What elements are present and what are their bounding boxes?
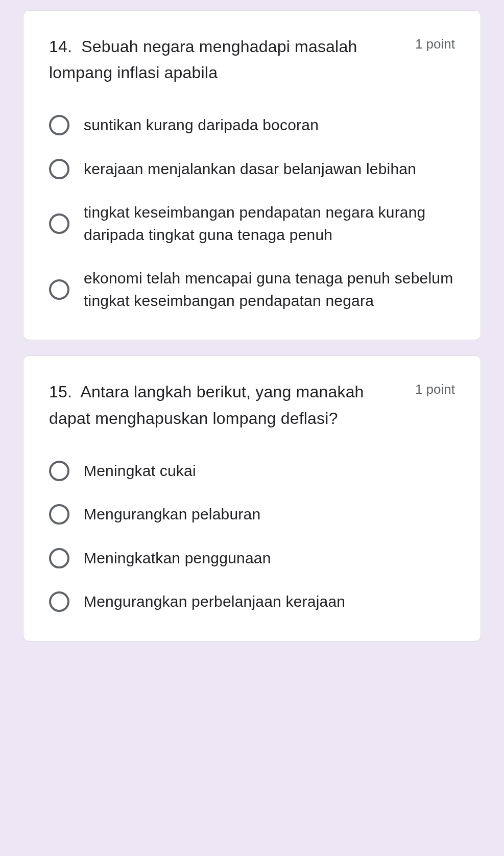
question-body: Antara langkah berikut, yang manakah dap… (49, 383, 364, 427)
option-text: kerajaan menjalankan dasar belanjawan le… (84, 158, 416, 180)
options-container: suntikan kurang daripada bocoran kerajaa… (49, 114, 455, 312)
radio-icon[interactable] (49, 591, 69, 612)
option-row[interactable]: Meningkat cukai (49, 460, 455, 482)
option-row[interactable]: ekonomi telah mencapai guna tenaga penuh… (49, 267, 455, 312)
option-text: Mengurangkan perbelanjaan kerajaan (84, 590, 345, 613)
option-row[interactable]: Mengurangkan pelaburan (49, 503, 455, 526)
radio-icon[interactable] (49, 159, 69, 179)
option-text: Mengurangkan pelaburan (84, 503, 260, 526)
radio-icon[interactable] (49, 213, 69, 234)
points-label: 1 point (415, 36, 455, 52)
radio-icon[interactable] (49, 115, 69, 135)
option-text: Meningkatkan penggunaan (84, 547, 271, 569)
option-text: suntikan kurang daripada bocoran (84, 114, 319, 136)
options-container: Meningkat cukai Mengurangkan pelaburan M… (49, 460, 455, 613)
question-header: 15. Antara langkah berikut, yang manakah… (49, 379, 455, 431)
question-header: 14. Sebuah negara menghadapi masalah lom… (49, 34, 455, 86)
question-body: Sebuah negara menghadapi masalah lompang… (49, 37, 357, 82)
option-row[interactable]: Mengurangkan perbelanjaan kerajaan (49, 590, 455, 613)
question-card-15: 15. Antara langkah berikut, yang manakah… (23, 355, 481, 641)
radio-icon[interactable] (49, 548, 69, 568)
radio-icon[interactable] (49, 279, 69, 300)
question-number: 14. (49, 37, 72, 56)
question-card-14: 14. Sebuah negara menghadapi masalah lom… (23, 10, 481, 340)
question-text: 14. Sebuah negara menghadapi masalah lom… (49, 34, 415, 86)
radio-icon[interactable] (49, 504, 69, 525)
option-row[interactable]: Meningkatkan penggunaan (49, 547, 455, 569)
option-row[interactable]: kerajaan menjalankan dasar belanjawan le… (49, 158, 455, 180)
option-text: ekonomi telah mencapai guna tenaga penuh… (84, 267, 455, 312)
option-row[interactable]: tingkat keseimbangan pendapatan negara k… (49, 201, 455, 246)
question-text: 15. Antara langkah berikut, yang manakah… (49, 379, 415, 431)
radio-icon[interactable] (49, 461, 69, 481)
option-text: tingkat keseimbangan pendapatan negara k… (84, 201, 455, 246)
points-label: 1 point (415, 382, 455, 397)
option-row[interactable]: suntikan kurang daripada bocoran (49, 114, 455, 136)
option-text: Meningkat cukai (84, 460, 196, 482)
question-number: 15. (49, 383, 72, 401)
